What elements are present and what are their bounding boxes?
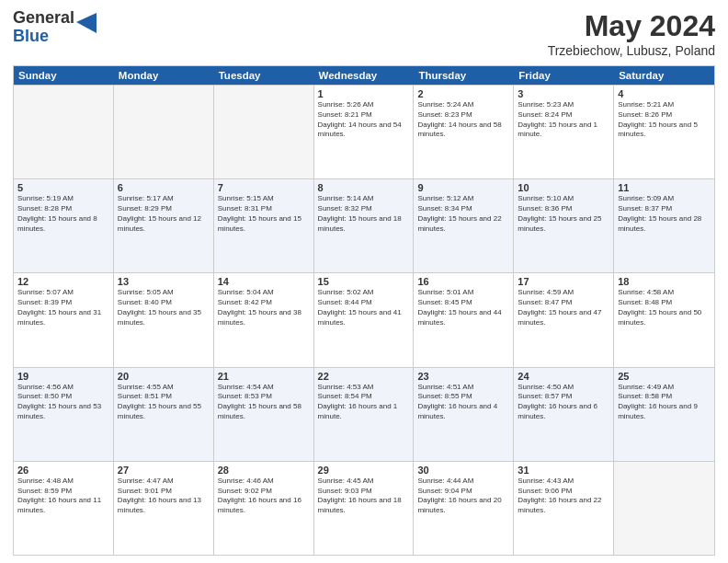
day-detail: Sunrise: 4:53 AM Sunset: 8:54 PM Dayligh… — [318, 383, 410, 422]
calendar-cell-empty — [114, 86, 214, 178]
day-number: 5 — [17, 182, 109, 193]
calendar-cell-empty — [614, 462, 714, 555]
day-number: 21 — [218, 371, 310, 382]
day-number: 19 — [17, 371, 109, 382]
logo-general: General — [13, 9, 74, 28]
calendar-cell: 10Sunrise: 5:10 AM Sunset: 8:36 PM Dayli… — [514, 179, 614, 272]
header: General Blue May 2024 Trzebiechow, Lubus… — [13, 9, 715, 58]
logo: General Blue — [13, 9, 97, 46]
calendar-cell: 9Sunrise: 5:12 AM Sunset: 8:34 PM Daylig… — [414, 179, 514, 272]
day-detail: Sunrise: 5:09 AM Sunset: 8:37 PM Dayligh… — [618, 194, 711, 234]
day-number: 14 — [218, 276, 310, 287]
day-detail: Sunrise: 4:43 AM Sunset: 9:06 PM Dayligh… — [518, 477, 609, 516]
calendar-cell: 17Sunrise: 4:59 AM Sunset: 8:47 PM Dayli… — [514, 273, 614, 366]
calendar-header-cell: Tuesday — [214, 66, 314, 85]
svg-marker-0 — [76, 13, 97, 33]
day-number: 26 — [17, 465, 109, 476]
calendar-header: SundayMondayTuesdayWednesdayThursdayFrid… — [14, 66, 714, 85]
day-detail: Sunrise: 5:04 AM Sunset: 8:42 PM Dayligh… — [218, 288, 310, 327]
calendar-header-cell: Wednesday — [314, 66, 415, 85]
day-number: 22 — [318, 371, 410, 382]
day-detail: Sunrise: 4:45 AM Sunset: 9:03 PM Dayligh… — [318, 477, 410, 516]
day-number: 10 — [518, 182, 609, 193]
day-detail: Sunrise: 5:19 AM Sunset: 8:28 PM Dayligh… — [17, 194, 109, 234]
logo-blue: Blue — [13, 28, 74, 46]
day-number: 6 — [118, 182, 210, 193]
calendar-row: 5Sunrise: 5:19 AM Sunset: 8:28 PM Daylig… — [14, 178, 714, 272]
day-detail: Sunrise: 5:14 AM Sunset: 8:32 PM Dayligh… — [318, 194, 410, 234]
calendar-cell: 12Sunrise: 5:07 AM Sunset: 8:39 PM Dayli… — [14, 273, 114, 366]
day-detail: Sunrise: 4:47 AM Sunset: 9:01 PM Dayligh… — [118, 477, 210, 516]
day-number: 3 — [518, 88, 609, 99]
calendar-header-cell: Sunday — [14, 66, 114, 85]
calendar-cell: 2Sunrise: 5:24 AM Sunset: 8:23 PM Daylig… — [414, 86, 514, 178]
calendar-cell: 13Sunrise: 5:05 AM Sunset: 8:40 PM Dayli… — [114, 273, 214, 366]
day-number: 11 — [618, 182, 711, 193]
day-detail: Sunrise: 5:15 AM Sunset: 8:31 PM Dayligh… — [218, 194, 310, 234]
day-detail: Sunrise: 5:17 AM Sunset: 8:29 PM Dayligh… — [118, 194, 210, 234]
day-number: 27 — [118, 465, 210, 476]
day-number: 9 — [417, 182, 509, 193]
day-detail: Sunrise: 5:12 AM Sunset: 8:34 PM Dayligh… — [417, 194, 509, 234]
calendar-body: 1Sunrise: 5:26 AM Sunset: 8:21 PM Daylig… — [14, 85, 714, 555]
day-number: 24 — [518, 371, 609, 382]
calendar-cell: 22Sunrise: 4:53 AM Sunset: 8:54 PM Dayli… — [314, 368, 415, 461]
day-detail: Sunrise: 5:21 AM Sunset: 8:26 PM Dayligh… — [618, 100, 711, 140]
calendar-cell-empty — [14, 86, 114, 178]
day-detail: Sunrise: 5:10 AM Sunset: 8:36 PM Dayligh… — [518, 194, 609, 234]
calendar-cell: 8Sunrise: 5:14 AM Sunset: 8:32 PM Daylig… — [314, 179, 415, 272]
calendar-cell: 1Sunrise: 5:26 AM Sunset: 8:21 PM Daylig… — [314, 86, 415, 178]
calendar-cell: 21Sunrise: 4:54 AM Sunset: 8:53 PM Dayli… — [214, 368, 314, 461]
calendar-cell: 5Sunrise: 5:19 AM Sunset: 8:28 PM Daylig… — [14, 179, 114, 272]
calendar-cell: 7Sunrise: 5:15 AM Sunset: 8:31 PM Daylig… — [214, 179, 314, 272]
day-detail: Sunrise: 4:48 AM Sunset: 8:59 PM Dayligh… — [17, 477, 109, 516]
calendar-cell: 18Sunrise: 4:58 AM Sunset: 8:48 PM Dayli… — [614, 273, 714, 366]
day-number: 2 — [417, 88, 509, 99]
day-detail: Sunrise: 4:58 AM Sunset: 8:48 PM Dayligh… — [618, 288, 711, 327]
logo-text: General Blue — [13, 9, 74, 46]
calendar-cell: 11Sunrise: 5:09 AM Sunset: 8:37 PM Dayli… — [614, 179, 714, 272]
calendar-row: 1Sunrise: 5:26 AM Sunset: 8:21 PM Daylig… — [14, 85, 714, 178]
month-year: May 2024 — [548, 9, 715, 43]
day-detail: Sunrise: 4:51 AM Sunset: 8:55 PM Dayligh… — [417, 383, 509, 422]
calendar-cell: 29Sunrise: 4:45 AM Sunset: 9:03 PM Dayli… — [314, 462, 415, 555]
day-number: 23 — [417, 371, 509, 382]
calendar-row: 26Sunrise: 4:48 AM Sunset: 8:59 PM Dayli… — [14, 461, 714, 555]
day-number: 20 — [118, 371, 210, 382]
calendar-header-cell: Thursday — [414, 66, 514, 85]
day-detail: Sunrise: 5:02 AM Sunset: 8:44 PM Dayligh… — [318, 288, 410, 327]
calendar-row: 12Sunrise: 5:07 AM Sunset: 8:39 PM Dayli… — [14, 272, 714, 366]
day-detail: Sunrise: 4:59 AM Sunset: 8:47 PM Dayligh… — [518, 288, 609, 327]
logo-icon — [76, 13, 97, 40]
day-number: 12 — [17, 276, 109, 287]
day-detail: Sunrise: 5:23 AM Sunset: 8:24 PM Dayligh… — [518, 100, 609, 140]
calendar-cell: 19Sunrise: 4:56 AM Sunset: 8:50 PM Dayli… — [14, 368, 114, 461]
calendar-cell: 24Sunrise: 4:50 AM Sunset: 8:57 PM Dayli… — [514, 368, 614, 461]
day-detail: Sunrise: 4:49 AM Sunset: 8:58 PM Dayligh… — [618, 383, 711, 422]
calendar-row: 19Sunrise: 4:56 AM Sunset: 8:50 PM Dayli… — [14, 367, 714, 461]
day-number: 29 — [318, 465, 410, 476]
day-detail: Sunrise: 5:24 AM Sunset: 8:23 PM Dayligh… — [417, 100, 509, 140]
calendar-header-cell: Monday — [114, 66, 214, 85]
calendar-cell: 28Sunrise: 4:46 AM Sunset: 9:02 PM Dayli… — [214, 462, 314, 555]
day-detail: Sunrise: 4:55 AM Sunset: 8:51 PM Dayligh… — [118, 383, 210, 422]
calendar-cell: 23Sunrise: 4:51 AM Sunset: 8:55 PM Dayli… — [414, 368, 514, 461]
calendar-header-cell: Saturday — [614, 66, 714, 85]
day-detail: Sunrise: 4:44 AM Sunset: 9:04 PM Dayligh… — [417, 477, 509, 516]
calendar-cell: 16Sunrise: 5:01 AM Sunset: 8:45 PM Dayli… — [414, 273, 514, 366]
page: General Blue May 2024 Trzebiechow, Lubus… — [0, 0, 728, 563]
calendar-cell: 30Sunrise: 4:44 AM Sunset: 9:04 PM Dayli… — [414, 462, 514, 555]
calendar-cell: 14Sunrise: 5:04 AM Sunset: 8:42 PM Dayli… — [214, 273, 314, 366]
calendar-cell: 4Sunrise: 5:21 AM Sunset: 8:26 PM Daylig… — [614, 86, 714, 178]
calendar: SundayMondayTuesdayWednesdayThursdayFrid… — [13, 65, 715, 556]
day-detail: Sunrise: 4:50 AM Sunset: 8:57 PM Dayligh… — [518, 383, 609, 422]
day-number: 8 — [318, 182, 410, 193]
day-detail: Sunrise: 5:01 AM Sunset: 8:45 PM Dayligh… — [417, 288, 509, 327]
day-number: 18 — [618, 276, 711, 287]
day-detail: Sunrise: 5:05 AM Sunset: 8:40 PM Dayligh… — [118, 288, 210, 327]
location: Trzebiechow, Lubusz, Poland — [548, 43, 715, 58]
day-number: 16 — [417, 276, 509, 287]
calendar-cell: 6Sunrise: 5:17 AM Sunset: 8:29 PM Daylig… — [114, 179, 214, 272]
day-detail: Sunrise: 5:26 AM Sunset: 8:21 PM Dayligh… — [318, 100, 410, 140]
calendar-cell: 31Sunrise: 4:43 AM Sunset: 9:06 PM Dayli… — [514, 462, 614, 555]
